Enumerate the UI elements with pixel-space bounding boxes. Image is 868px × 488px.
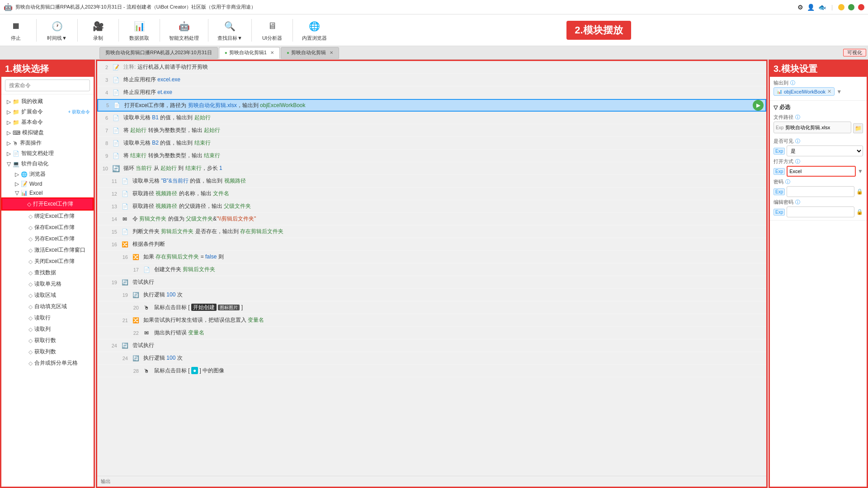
line-num-19a: 19 [108, 280, 121, 285]
file-path-label: 文件路径 ⓘ [774, 114, 863, 121]
file-path-input[interactable]: Exp 剪映自动化剪辑.xlsx [774, 122, 851, 133]
ui-op-icon: 🖱 [13, 140, 18, 146]
tree-item-ext-commands[interactable]: ▷ 📁 扩展命令 + 获取命令 [1, 107, 94, 117]
tree-item-excel[interactable]: ▽ 📊 Excel [1, 188, 94, 197]
file-browse-button[interactable]: 📁 [853, 123, 863, 133]
tree-item-read-range[interactable]: ◇ 读取区域 [1, 290, 94, 301]
tree-item-get-cols[interactable]: ◇ 获取列数 [1, 346, 94, 357]
get-cols-icon: ◇ [28, 349, 33, 355]
line-num-17: 17 [130, 267, 142, 272]
tab-0[interactable]: 剪映自动化剪辑口播RPA机器人2023年10月31日 [99, 47, 218, 59]
tree-item-read-cell[interactable]: ◇ 读取单元格 [1, 278, 94, 290]
tree-item-saveas-excel[interactable]: ◇ 另存Excel工作簿 [1, 233, 94, 244]
tree-item-read-col[interactable]: ◇ 读取列 [1, 324, 94, 335]
tree-item-get-rows[interactable]: ◇ 获取行数 [1, 335, 94, 346]
tree-item-read-row[interactable]: ◇ 读取行 [1, 312, 94, 324]
search-input[interactable] [5, 80, 90, 91]
output-section: 输出到 ⓘ 📊 objExcelWorkBook ✕ ▼ [770, 77, 867, 101]
toolbar-browser[interactable]: 🌐 内置浏览器 [302, 19, 327, 42]
code-line-24a: 24 🔄 尝试执行 [97, 339, 766, 352]
line-icon-2: 📝 [112, 63, 120, 71]
line-icon-22: ✉ [142, 329, 151, 337]
tab-2[interactable]: ● 剪映自动化剪辑 ✕ [281, 47, 339, 59]
tab-2-close[interactable]: ✕ [330, 50, 333, 55]
toolbar-record[interactable]: 🎥 录制 [87, 19, 109, 42]
title-bar-left: 🤖 剪映自动化剪辑口播RPA机器人2023年10月31日 - 流程创建者（UiB… [4, 3, 256, 11]
get-command-btn[interactable]: + 获取命令 [68, 109, 90, 115]
settings-icon[interactable]: ⚙ [797, 4, 803, 11]
close-button[interactable] [858, 4, 864, 10]
toolbar-stop[interactable]: ⏹ 停止 [5, 19, 27, 42]
line-icon-21: 🔀 [132, 316, 140, 324]
tree-item-basic[interactable]: ▷ 📁 基本命令 [1, 117, 94, 127]
maximize-button[interactable] [848, 4, 854, 10]
toolbar-data-extract[interactable]: 📊 数据抓取 [128, 19, 151, 42]
left-panel: 1.模块选择 ▷ 📁 我的收藏 ▷ 📁 扩展命令 + 获取命令 ▷ [0, 60, 95, 488]
tree-item-close-excel[interactable]: ◇ 关闭Excel工作簿 [1, 256, 94, 267]
save-excel-label: 保存Excel工作簿 [34, 224, 75, 231]
data-extract-icon: 📊 [132, 19, 146, 33]
read-cell-label: 读取单元格 [34, 280, 61, 288]
user-icon[interactable]: 👤 [807, 4, 815, 11]
tree-item-find-data[interactable]: ◇ 查找数据 [1, 267, 94, 278]
fish-icon[interactable]: 🐟 [818, 4, 826, 11]
search-box [1, 77, 94, 94]
tree-item-ui-op[interactable]: ▷ 🖱 界面操作 [1, 138, 94, 148]
line-num-7: 7 [99, 128, 112, 133]
line-num-24a: 24 [108, 343, 121, 348]
tree-item-word[interactable]: ▷ 📝 Word [1, 179, 94, 188]
line-content-21: 如果尝试执行时发生错误，把错误信息置入 变量名 [142, 315, 764, 325]
line-icon-6: 📄 [112, 114, 120, 122]
get-rows-label: 获取行数 [34, 337, 56, 344]
tree-item-keyboard[interactable]: ▷ ⌨ 模拟键盘 [1, 127, 94, 138]
open-mode-dropdown[interactable]: ▼ [858, 168, 863, 174]
favorites-arrow: ▷ [7, 99, 11, 105]
read-cell-icon: ◇ [28, 281, 33, 287]
write-password-input[interactable] [787, 206, 854, 217]
ui-analyzer-icon: 🖥 [265, 19, 279, 33]
code-line-5[interactable]: 5 📄 打开Excel工作簿，路径为 剪映自动化剪辑.xlsx，输出到 objE… [97, 99, 766, 112]
tree-item-bind-excel[interactable]: ◇ 绑定Excel工作簿 [1, 211, 94, 222]
code-line-4: 4 📄 终止应用程序 et.exe [97, 86, 766, 99]
software-arrow: ▽ [7, 161, 11, 167]
tree-item-activate-excel[interactable]: ◇ 激活Excel工作簿窗口 [1, 244, 94, 256]
line-content-28: 鼠标点击目标 [ ● ] 中的图像 [152, 366, 764, 375]
output-to-label: 输出到 ⓘ [774, 80, 863, 86]
code-line-9: 9 📄 将 结束行 转换为整数类型，输出 结束行 [97, 150, 766, 162]
tab-1[interactable]: ● 剪映自动化剪辑1 ✕ [219, 47, 280, 59]
tree-item-open-excel[interactable]: ◇ 打开Excel工作簿 [1, 197, 94, 211]
line-content-11: 读取单元格 "B"&当前行 的值，输出到 视频路径 [131, 176, 764, 186]
find-target-icon: 🔍 [222, 19, 237, 33]
tree-item-auto-fill[interactable]: ◇ 自动填充区域 [1, 301, 94, 312]
visualize-button[interactable]: 可视化 [843, 49, 866, 56]
run-button[interactable]: ▶ [753, 100, 764, 111]
tree-item-merge-cell[interactable]: ◇ 合并或拆分单元格 [1, 357, 94, 369]
collapse-icon[interactable]: ▽ [774, 104, 778, 111]
tree-item-software[interactable]: ▽ 💻 软件自动化 [1, 159, 94, 169]
write-password-label: 编辑密码 ⓘ [774, 199, 863, 206]
tree-item-favorites[interactable]: ▷ 📁 我的收藏 [1, 96, 94, 107]
toolbar-ui-analyzer[interactable]: 🖥 UI分析器 [261, 19, 283, 42]
open-mode-input[interactable] [787, 166, 856, 177]
basic-icon: 📁 [13, 119, 19, 126]
toolbar-doc-process[interactable]: 🤖 智能文档处理 [169, 19, 199, 42]
line-num-2: 2 [99, 65, 112, 70]
password-input[interactable] [787, 186, 854, 197]
line-num-22: 22 [130, 330, 142, 336]
line-content-12: 获取路径 视频路径 的名称，输出 文件名 [131, 189, 764, 198]
visible-select[interactable]: 是 否 [787, 145, 863, 156]
tree-item-save-excel[interactable]: ◇ 保存Excel工作簿 [1, 222, 94, 233]
ext-arrow: ▷ [7, 109, 11, 115]
output-tag-close[interactable]: ✕ [827, 89, 831, 94]
output-dropdown-icon[interactable]: ▼ [836, 89, 842, 95]
toolbar-timeline[interactable]: 🕐 时间线▼ [46, 19, 68, 42]
tree-item-browser[interactable]: ▷ 🌐 浏览器 [1, 169, 94, 179]
tree-item-doc-proc[interactable]: ▷ 📄 智能文档处理 [1, 148, 94, 159]
minimize-button[interactable] [838, 4, 844, 10]
data-extract-label: 数据抓取 [129, 35, 149, 42]
toolbar-find-target[interactable]: 🔍 查找目标▼ [217, 19, 242, 42]
read-col-icon: ◇ [28, 326, 33, 333]
code-line-13: 13 📄 获取路径 视频路径 的父级路径，输出 父级文件夹 [97, 200, 766, 213]
excel-label: Excel [29, 190, 42, 196]
tab-1-close[interactable]: ✕ [270, 50, 274, 55]
